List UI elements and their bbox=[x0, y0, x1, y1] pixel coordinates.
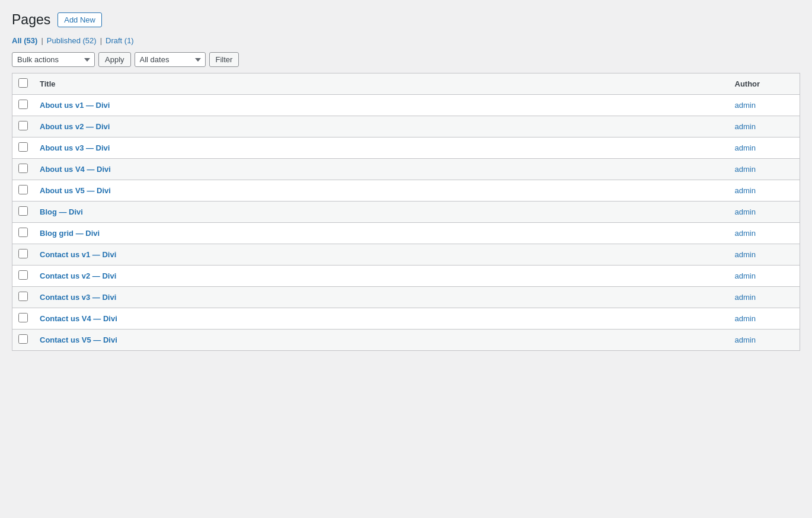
draft-filter[interactable]: Draft (1) bbox=[106, 36, 134, 45]
filter-button[interactable]: Filter bbox=[209, 52, 239, 67]
author-link[interactable]: admin bbox=[735, 335, 756, 344]
page-title-link[interactable]: Contact us v2 — Divi bbox=[40, 271, 116, 280]
author-link[interactable]: admin bbox=[735, 143, 756, 152]
table-row: Contact us v1 — Diviadmin bbox=[12, 244, 800, 266]
author-link[interactable]: admin bbox=[735, 229, 756, 238]
table-row: Blog grid — Diviadmin bbox=[12, 223, 800, 244]
author-link[interactable]: admin bbox=[735, 122, 756, 131]
row-checkbox[interactable] bbox=[18, 292, 28, 301]
table-row: Blog — Diviadmin bbox=[12, 202, 800, 223]
table-row: About us v3 — Diviadmin bbox=[12, 138, 800, 159]
table-toolbar: Bulk actions Edit Move to Trash Apply Al… bbox=[12, 52, 800, 67]
author-link[interactable]: admin bbox=[735, 101, 756, 110]
published-filter-link[interactable]: Published (52) bbox=[47, 36, 97, 45]
status-filters: All (53) | Published (52) | Draft (1) bbox=[12, 36, 800, 45]
row-checkbox[interactable] bbox=[18, 100, 28, 109]
table-row: About us V5 — Diviadmin bbox=[12, 180, 800, 202]
page-title: Pages bbox=[12, 12, 50, 28]
page-title-link[interactable]: Contact us v3 — Divi bbox=[40, 293, 116, 302]
row-checkbox[interactable] bbox=[18, 206, 28, 216]
sep-1: | bbox=[41, 36, 43, 45]
row-checkbox[interactable] bbox=[18, 121, 28, 130]
page-title-link[interactable]: About us v3 — Divi bbox=[40, 143, 110, 152]
published-filter[interactable]: Published (52) bbox=[47, 36, 97, 45]
row-checkbox[interactable] bbox=[18, 313, 28, 322]
table-header-row: Title Author bbox=[12, 73, 800, 95]
table-row: Contact us v2 — Diviadmin bbox=[12, 266, 800, 287]
page-title-link[interactable]: About us v2 — Divi bbox=[40, 122, 110, 131]
author-column-header: Author bbox=[729, 73, 800, 95]
row-checkbox[interactable] bbox=[18, 185, 28, 194]
all-filter[interactable]: All (53) bbox=[12, 36, 37, 45]
page-title-link[interactable]: About us V5 — Divi bbox=[40, 186, 111, 195]
table-row: About us v1 — Diviadmin bbox=[12, 95, 800, 116]
bulk-actions-select[interactable]: Bulk actions Edit Move to Trash bbox=[12, 52, 95, 67]
page-header: Pages Add New bbox=[12, 12, 800, 28]
apply-button[interactable]: Apply bbox=[98, 52, 131, 67]
row-checkbox[interactable] bbox=[18, 249, 28, 258]
author-link[interactable]: admin bbox=[735, 314, 756, 323]
add-new-button[interactable]: Add New bbox=[57, 12, 102, 27]
select-all-header bbox=[12, 73, 34, 95]
page-title-link[interactable]: Contact us V5 — Divi bbox=[40, 335, 117, 344]
row-checkbox[interactable] bbox=[18, 228, 28, 237]
pages-table: Title Author About us v1 — DiviadminAbou… bbox=[12, 73, 800, 351]
draft-filter-link[interactable]: Draft (1) bbox=[106, 36, 134, 45]
row-checkbox[interactable] bbox=[18, 334, 28, 344]
all-filter-link[interactable]: All (53) bbox=[12, 36, 37, 45]
author-link[interactable]: admin bbox=[735, 186, 756, 195]
date-filter-select[interactable]: All dates bbox=[135, 52, 206, 67]
page-title-link[interactable]: About us v1 — Divi bbox=[40, 101, 110, 110]
author-link[interactable]: admin bbox=[735, 271, 756, 280]
page-title-link[interactable]: About us V4 — Divi bbox=[40, 165, 111, 174]
author-link[interactable]: admin bbox=[735, 250, 756, 259]
sep-2: | bbox=[100, 36, 102, 45]
page-title-link[interactable]: Blog grid — Divi bbox=[40, 229, 100, 238]
title-column-header: Title bbox=[34, 73, 729, 95]
table-row: Contact us V4 — Diviadmin bbox=[12, 308, 800, 330]
table-row: About us V4 — Diviadmin bbox=[12, 159, 800, 180]
table-row: Contact us v3 — Diviadmin bbox=[12, 287, 800, 308]
page-title-link[interactable]: Contact us V4 — Divi bbox=[40, 314, 117, 323]
author-link[interactable]: admin bbox=[735, 207, 756, 216]
page-title-link[interactable]: Contact us v1 — Divi bbox=[40, 250, 116, 259]
row-checkbox[interactable] bbox=[18, 270, 28, 280]
row-checkbox[interactable] bbox=[18, 164, 28, 173]
row-checkbox[interactable] bbox=[18, 142, 28, 152]
author-link[interactable]: admin bbox=[735, 165, 756, 174]
page-title-link[interactable]: Blog — Divi bbox=[40, 207, 83, 216]
table-body: About us v1 — DiviadminAbout us v2 — Div… bbox=[12, 95, 800, 351]
table-row: Contact us V5 — Diviadmin bbox=[12, 330, 800, 351]
select-all-checkbox[interactable] bbox=[18, 78, 28, 88]
table-row: About us v2 — Diviadmin bbox=[12, 116, 800, 138]
author-link[interactable]: admin bbox=[735, 293, 756, 302]
